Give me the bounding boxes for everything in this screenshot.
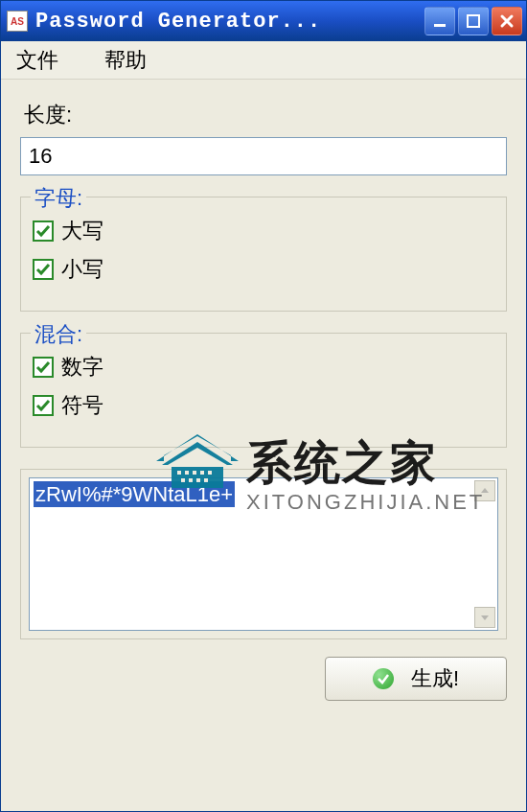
maximize-button[interactable] bbox=[458, 7, 489, 35]
generate-button[interactable]: 生成! bbox=[325, 657, 507, 701]
generate-label: 生成! bbox=[411, 664, 459, 693]
uppercase-option[interactable]: 大写 bbox=[33, 217, 494, 245]
digits-option[interactable]: 数字 bbox=[33, 353, 494, 382]
checkbox-checked-icon bbox=[33, 259, 54, 280]
close-button[interactable] bbox=[492, 7, 522, 35]
output-textarea[interactable]: zRwI%#*9WNtaL1e+ bbox=[29, 477, 498, 631]
window-controls bbox=[424, 7, 522, 35]
lowercase-label: 小写 bbox=[61, 255, 103, 284]
check-circle-icon bbox=[373, 668, 394, 689]
mix-group: 混合: 数字 符号 bbox=[20, 333, 507, 448]
letters-group: 字母: 大写 小写 bbox=[20, 197, 507, 312]
client-area: 长度: 字母: 大写 小写 混合: 数字 bbox=[1, 80, 526, 811]
checkbox-checked-icon bbox=[33, 357, 54, 378]
svg-rect-0 bbox=[434, 24, 446, 27]
app-icon: AS bbox=[7, 11, 28, 32]
app-window: AS Password Generator... 文件 帮助 长度: 字母: bbox=[0, 0, 527, 812]
lowercase-option[interactable]: 小写 bbox=[33, 255, 494, 284]
output-text: zRwI%#*9WNtaL1e+ bbox=[34, 481, 235, 507]
menu-file[interactable]: 文件 bbox=[9, 42, 66, 79]
length-label: 长度: bbox=[24, 101, 507, 129]
menu-help[interactable]: 帮助 bbox=[97, 42, 154, 79]
menubar: 文件 帮助 bbox=[1, 41, 526, 80]
symbols-label: 符号 bbox=[61, 391, 103, 420]
mix-legend: 混合: bbox=[31, 320, 86, 349]
minimize-button[interactable] bbox=[424, 7, 455, 35]
checkbox-checked-icon bbox=[33, 220, 54, 242]
symbols-option[interactable]: 符号 bbox=[33, 391, 494, 420]
length-input[interactable] bbox=[20, 137, 507, 175]
output-group: zRwI%#*9WNtaL1e+ bbox=[20, 469, 507, 639]
letters-legend: 字母: bbox=[31, 184, 86, 213]
checkbox-checked-icon bbox=[33, 395, 54, 416]
scroll-up-icon[interactable] bbox=[474, 480, 495, 501]
digits-label: 数字 bbox=[61, 353, 103, 382]
scroll-down-icon[interactable] bbox=[474, 607, 495, 628]
titlebar: AS Password Generator... bbox=[1, 1, 526, 41]
uppercase-label: 大写 bbox=[61, 217, 103, 245]
window-title: Password Generator... bbox=[35, 10, 424, 34]
button-row: 生成! bbox=[20, 657, 507, 701]
svg-rect-1 bbox=[468, 15, 479, 27]
